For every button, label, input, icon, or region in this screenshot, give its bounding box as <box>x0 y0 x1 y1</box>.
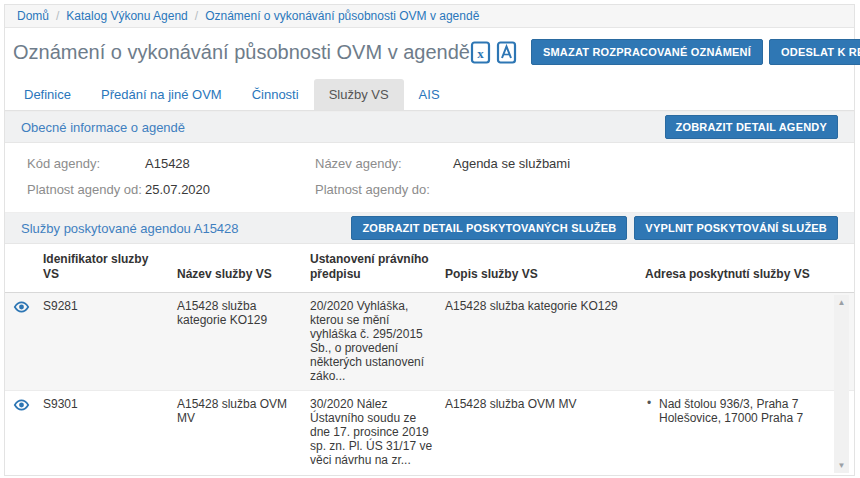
tab-cinnosti[interactable]: Činnosti <box>237 79 314 110</box>
cell-service-address <box>645 300 828 383</box>
cell-legal-provision: 20/2020 Vyhláška, kterou se mění vyhlášk… <box>310 300 445 383</box>
services-table: Idenifikator sluzby VS Název služby VS U… <box>5 244 854 475</box>
breadcrumb-separator: / <box>56 9 59 23</box>
field-label-platnost-do: Platnost agendy do: <box>315 182 453 197</box>
breadcrumb-separator: / <box>195 9 198 23</box>
column-header-spacer <box>13 281 43 282</box>
show-provided-services-detail-button[interactable]: ZOBRAZIT DETAIL POSKYTOVANÝCH SLUŽEB <box>351 216 627 240</box>
eye-cell <box>13 300 43 383</box>
column-header-adresa: Adresa poskytnutí služby VS <box>645 267 828 282</box>
services-title: Služby poskytované agendou A15428 <box>21 221 344 236</box>
content-panel: Domů / Katalog Výkonu Agend / Oznámení o… <box>4 4 855 476</box>
export-icons: x <box>470 41 517 64</box>
field-label-kod-agendy: Kód agendy: <box>27 156 145 171</box>
show-agenda-detail-button[interactable]: ZOBRAZIT DETAIL AGENDY <box>665 115 838 139</box>
fill-service-provision-button[interactable]: VYPLNIT POSKYTOVÁNÍ SLUŽEB <box>634 216 838 240</box>
services-table-body: S9281 A15428 služba kategorie KO129 20/2… <box>5 293 854 475</box>
services-table-header: Idenifikator sluzby VS Název služby VS U… <box>5 244 854 293</box>
excel-export-icon[interactable]: x <box>470 41 491 64</box>
field-value-kod-agendy: A15428 <box>145 156 315 171</box>
cell-service-description: A15428 služba OVM MV <box>445 398 645 468</box>
breadcrumb-link-katalog[interactable]: Katalog Výkonu Agend <box>66 9 187 23</box>
delete-draft-button[interactable]: SMAZAT ROZPRACOVANÉ OZNÁMENÍ <box>531 39 763 65</box>
cell-legal-provision: 30/2020 Nález Ústavního soudu ze dne 17.… <box>310 398 445 468</box>
eye-cell <box>13 398 43 468</box>
general-info-header: Obecné informace o agendě ZOBRAZIT DETAI… <box>5 111 854 143</box>
cell-service-id: S9281 <box>43 300 177 383</box>
page: { "colors": { "accent_button": "#2f77b4"… <box>0 0 860 478</box>
column-header-ustanoveni: Ustanovení právního předpisu <box>310 252 445 282</box>
general-info-fields: Kód agendy: A15428 Název agendy: Agenda … <box>5 143 854 212</box>
scroll-down-icon[interactable]: ▼ <box>838 461 846 470</box>
tab-sluzby-vs[interactable]: Služby VS <box>314 79 404 110</box>
column-header-nazev: Název služby VS <box>177 267 310 282</box>
send-registration-button[interactable]: ODESLAT K REGISTRACI <box>769 39 860 65</box>
table-row: S9301 A15428 služba OVM MV 30/2020 Nález… <box>5 391 854 475</box>
field-label-nazev-agendy: Název agendy: <box>315 156 453 171</box>
tab-bar: Definice Předání na jiné OVM Činnosti Sl… <box>5 79 854 111</box>
tab-predani-na-jine-ovm[interactable]: Předání na jiné OVM <box>86 79 237 110</box>
view-service-eye-icon[interactable] <box>13 301 30 317</box>
services-header: Služby poskytované agendou A15428 ZOBRAZ… <box>5 212 854 244</box>
table-row: S9281 A15428 služba kategorie KO129 20/2… <box>5 293 854 391</box>
cell-service-id: S9301 <box>43 398 177 468</box>
tab-ais[interactable]: AIS <box>404 79 455 110</box>
cell-service-name: A15428 služba OVM MV <box>177 398 310 468</box>
general-info-title: Obecné informace o agendě <box>21 120 658 135</box>
page-title: Oznámení o vykonávání působnosti OVM v a… <box>13 41 470 64</box>
tab-definice[interactable]: Definice <box>9 79 86 110</box>
breadcrumb-link-oznameni[interactable]: Oznámení o vykonávání působnosti OVM v a… <box>205 9 479 23</box>
title-row: Oznámení o vykonávání působnosti OVM v a… <box>5 28 854 75</box>
cell-service-description: A15428 služba kategorie KO129 <box>445 300 645 383</box>
table-scrollbar[interactable]: ▲ ▼ <box>834 295 849 473</box>
field-value-platnost-od: 25.07.2020 <box>145 182 315 197</box>
svg-text:x: x <box>477 45 484 60</box>
column-header-popis: Popis služby VS <box>445 267 645 282</box>
field-value-nazev-agendy: Agenda se službami <box>453 156 838 171</box>
scroll-up-icon[interactable]: ▲ <box>838 298 846 307</box>
breadcrumb: Domů / Katalog Výkonu Agend / Oznámení o… <box>5 5 854 28</box>
view-service-eye-icon[interactable] <box>13 399 30 415</box>
field-value-platnost-do <box>453 182 838 197</box>
cell-service-name: A15428 služba kategorie KO129 <box>177 300 310 383</box>
pdf-export-icon[interactable] <box>496 41 517 64</box>
address-list-item: Nad štolou 936/3, Praha 7 Holešovice, 17… <box>659 398 828 426</box>
breadcrumb-link-home[interactable]: Domů <box>17 9 49 23</box>
field-label-platnost-od: Platnost agendy od: <box>27 182 145 197</box>
cell-service-address: Nad štolou 936/3, Praha 7 Holešovice, 17… <box>645 398 828 468</box>
column-header-identifikator: Idenifikator sluzby VS <box>43 252 177 282</box>
